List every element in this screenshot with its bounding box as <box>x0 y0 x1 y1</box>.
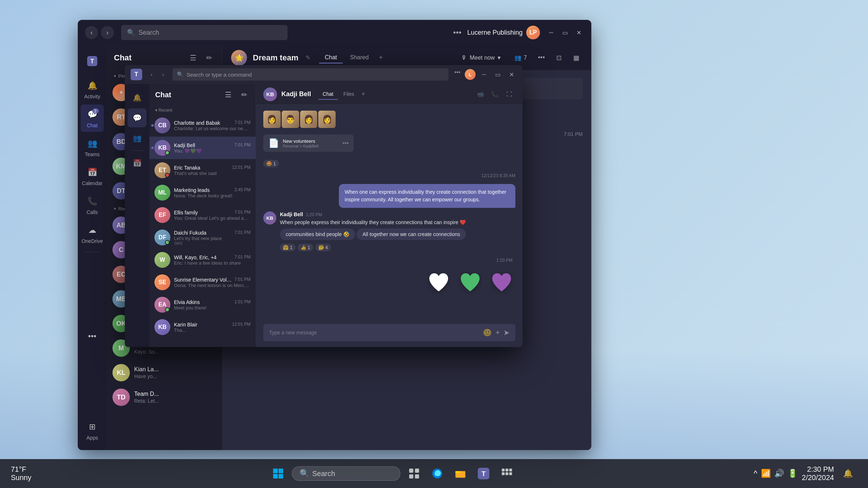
sidebar-item-more[interactable]: ••• <box>81 326 104 346</box>
sidebar-item-activity[interactable]: 🔔 Activity <box>81 76 104 103</box>
ov-reaction-thumbs[interactable]: 👍 1 <box>298 244 313 251</box>
ov-chat-sunrise[interactable]: SE Sunrise Elementary Volunteers 7:01 PM… <box>149 271 256 294</box>
taskbar-search-button[interactable]: 🔍 Search <box>292 466 400 481</box>
chat-item-teamd[interactable]: TD Team D... Reta: Let... <box>107 385 222 410</box>
ov-chat-eric[interactable]: ET Eric Tanaka 12:01 PM That's what she … <box>149 159 256 181</box>
svg-rect-4 <box>273 468 278 473</box>
ov-info-elvia: Elvia Atkins 1:01 PM Meet you there! <box>174 299 251 311</box>
sidebar-item-chat[interactable]: 💬2 Chat <box>81 104 104 132</box>
ov-avatar-cb: CB <box>154 117 170 133</box>
ov-chat-mktg[interactable]: ML Marketing leads 2:45 PM Nova: The dec… <box>149 181 256 204</box>
ov-name-eric: Eric Tanaka <box>174 165 200 171</box>
ov-info-sunrise: Sunrise Elementary Volunteers 7:01 PM Oo… <box>174 277 251 288</box>
overlay-nav-buttons: ‹ › <box>146 69 168 80</box>
ov-sms-tag: SMS <box>174 241 251 245</box>
ov-video-call-icon[interactable]: 📹 <box>474 88 486 100</box>
ov-file-more-icon[interactable]: ••• <box>342 140 349 146</box>
ov-send-button[interactable]: ➤ <box>503 328 510 337</box>
ov-chat-charlotte-babak[interactable]: CB Charlotte and Babak 7:01 PM Charlotte… <box>149 114 256 137</box>
overlay-title-actions: ••• L ─ ▭ ✕ <box>453 69 517 80</box>
ov-nav-chat[interactable]: 💬 <box>128 108 146 127</box>
overlay-minimize-button[interactable]: ─ <box>478 69 489 80</box>
edit-channel-icon[interactable]: ✎ <box>306 54 310 61</box>
teams-logo[interactable]: T <box>81 51 104 71</box>
teams-logo-icon: T <box>86 55 99 68</box>
ov-nav-divider <box>131 150 144 151</box>
ov-emoji-button[interactable]: 🙂 <box>483 328 492 337</box>
activity-label: Activity <box>84 94 100 99</box>
sidebar-item-apps[interactable]: ⊞ Apps <box>81 417 104 444</box>
sidebar-item-onedrive[interactable]: ☁ OneDrive <box>81 220 104 248</box>
network-icon[interactable]: 📶 <box>761 469 771 478</box>
ov-chat-kadji[interactable]: KB Kadji Bell 7:01 PM You: 💜💚💜 <box>149 137 256 159</box>
layout-icon[interactable]: ▦ <box>570 51 583 64</box>
ov-chat-daichi[interactable]: DF Daichi Fukuda 7:01 PM Let's try that … <box>149 226 256 249</box>
notification-icon: 🔔 <box>843 469 853 478</box>
ov-filter-icon[interactable]: ☰ <box>222 89 234 100</box>
weather-temp: 71°F <box>11 465 31 474</box>
file-explorer-button[interactable] <box>451 464 470 483</box>
ov-reaction-think[interactable]: 🤔 4 <box>315 244 331 251</box>
ov-audio-call-icon[interactable]: 📞 <box>489 88 501 100</box>
meet-now-button[interactable]: 🎙 Meet now ▾ <box>455 51 506 64</box>
ov-tab-chat[interactable]: Chat <box>318 89 338 99</box>
overlay-close-button[interactable]: ✕ <box>506 69 517 80</box>
maximize-button[interactable]: ▭ <box>559 27 570 38</box>
ov-chat-elvia[interactable]: EA Elvia Atkins 1:01 PM Meet you there! <box>149 294 256 316</box>
forward-button[interactable]: › <box>101 26 114 39</box>
ov-add-tab-icon[interactable]: + <box>360 89 367 99</box>
ov-file-card[interactable]: 📄 New volunteers Personal > KadjiBell ••… <box>263 134 354 152</box>
ov-reaction-hug[interactable]: 🤗 1 <box>280 244 295 251</box>
ov-nav-teams[interactable]: 👥 <box>128 129 146 147</box>
participants-button[interactable]: 👥 7 <box>511 52 531 63</box>
ov-tab-files[interactable]: Files <box>339 89 359 99</box>
more-apps-button[interactable] <box>497 464 516 483</box>
more-actions-icon[interactable]: ••• <box>535 51 548 64</box>
edge-button[interactable] <box>428 464 447 483</box>
overlay-dots-icon[interactable]: ••• <box>453 69 462 80</box>
ov-nav-calendar[interactable]: 📅 <box>128 154 146 172</box>
more-options-button[interactable]: ••• <box>453 28 461 37</box>
taskbar-clock[interactable]: 2:30 PM 2/20/2024 <box>802 465 834 482</box>
search-bar[interactable]: 🔍 Search <box>121 25 288 40</box>
back-button[interactable]: ‹ <box>85 26 98 39</box>
ov-avatar-eric: ET <box>154 162 170 178</box>
ov-info-will: Will, Kayo, Eric, +4 7:01 PM Eric: I hav… <box>174 254 251 266</box>
close-button[interactable]: ✕ <box>573 27 584 38</box>
overlay-back-button[interactable]: ‹ <box>146 69 157 80</box>
minimize-button[interactable]: ─ <box>546 27 557 38</box>
ov-chat-karin[interactable]: KB Karin Blair 12:01 PM Tha... <box>149 316 256 338</box>
ov-reaction-heart[interactable]: 🤩 1 <box>263 160 279 167</box>
ov-chat-ellis[interactable]: EF Ellis family 7:01 PM You: Great idea!… <box>149 204 256 226</box>
screen-share-icon[interactable]: ⊡ <box>552 51 565 64</box>
sidebar-item-teams[interactable]: 👥 Teams <box>81 133 104 161</box>
volume-icon[interactable]: 🔊 <box>774 469 784 478</box>
start-button[interactable] <box>269 464 288 483</box>
teams-taskbar-button[interactable]: T <box>474 464 493 483</box>
add-tab-icon[interactable]: + <box>376 52 386 63</box>
ov-expand-icon[interactable]: ⛶ <box>503 88 515 100</box>
ov-nav-bell[interactable]: 🔔 <box>128 88 146 107</box>
new-chat-icon[interactable]: ✏ <box>203 52 215 64</box>
chevron-up-icon[interactable]: ^ <box>754 469 757 478</box>
ov-new-chat-icon[interactable]: ✏ <box>238 89 250 100</box>
ov-eric-status <box>165 173 170 177</box>
tab-shared[interactable]: Shared <box>344 52 375 63</box>
chat-item-kian[interactable]: KL Kian La... Have yo... <box>107 360 222 385</box>
td-avatar: TD <box>112 389 130 406</box>
overlay-search-bar[interactable]: 🔍 Search or type a command <box>173 68 448 81</box>
ov-add-button[interactable]: + <box>495 329 500 337</box>
overlay-forward-button[interactable]: › <box>158 69 168 80</box>
ov-preview-will: Eric: I have a few ideas to share <box>174 260 251 266</box>
filter-icon[interactable]: ☰ <box>187 52 199 64</box>
sidebar-item-calendar[interactable]: 📅 Calendar <box>81 162 104 190</box>
tab-chat[interactable]: Chat <box>319 52 343 63</box>
task-view-button[interactable] <box>405 464 424 483</box>
user-profile[interactable]: Lucerne Publishing LP <box>467 26 540 39</box>
overlay-maximize-button[interactable]: ▭ <box>492 69 503 80</box>
battery-icon[interactable]: 🔋 <box>788 469 797 478</box>
sidebar-item-calls[interactable]: 📞 Calls <box>81 191 104 219</box>
title-bar: ‹ › 🔍 Search ••• Lucerne Publishing LP ─… <box>78 20 591 45</box>
ov-chat-will-group[interactable]: W Will, Kayo, Eric, +4 7:01 PM Eric: I h… <box>149 249 256 271</box>
notification-center-button[interactable]: 🔔 <box>838 464 857 483</box>
